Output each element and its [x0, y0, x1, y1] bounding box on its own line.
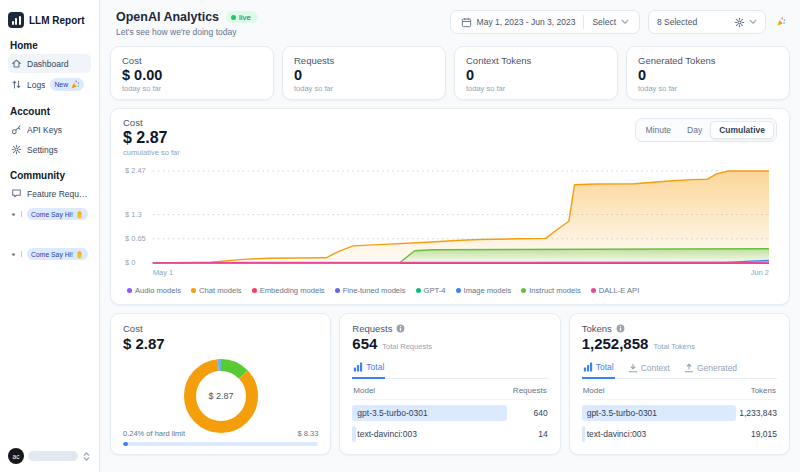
sidebar-item-dashboard[interactable]: Dashboard: [8, 54, 91, 73]
sidebar-item-label: Dashboard: [27, 59, 69, 69]
tokens-caption: Total Tokens: [653, 342, 695, 351]
row-value: 640: [533, 408, 547, 418]
party-popper-emoji: [776, 17, 786, 27]
stat-cards-row: Cost$ 0.00today so farRequests0today so …: [110, 46, 790, 100]
legend-item[interactable]: Instruct models: [521, 286, 581, 295]
hard-limit-text: 0.24% of hard limit: [123, 429, 185, 438]
tokens-table-body: gpt-3.5-turbo-03011,233,843text-davinci:…: [582, 405, 777, 442]
legend-item[interactable]: Audio models: [127, 286, 181, 295]
key-icon: [11, 124, 22, 135]
chevron-down-icon: [749, 19, 757, 25]
svg-text:$ 0.65: $ 0.65: [125, 234, 146, 243]
stat-title: Context Tokens: [466, 55, 606, 66]
legend-item[interactable]: Chat models: [191, 286, 242, 295]
gear-icon: [734, 17, 745, 28]
page-subtitle: Let's see how we're doing today: [116, 27, 258, 37]
tab-context[interactable]: Context: [627, 360, 671, 378]
page-header-left: OpenAI Analytics live Let's see how we'r…: [116, 10, 258, 37]
llm-report-logo-icon: [8, 12, 24, 28]
chevron-down-icon: [621, 19, 629, 25]
app-logo[interactable]: LLM Report: [8, 12, 91, 28]
sidebar-item-discord[interactable]: DiscordCome Say Hi!: [8, 204, 91, 224]
legend-item[interactable]: GPT-4: [416, 286, 446, 295]
requests-caption: Total Requests: [382, 342, 432, 351]
legend-label: Embedding models: [260, 286, 325, 295]
date-range-value: May 1, 2023 - Jun 3, 2023: [477, 17, 576, 27]
sidebar-item-label: Settings: [27, 145, 58, 155]
group-select-dropdown[interactable]: Select: [590, 17, 631, 27]
tab-generated[interactable]: Generated: [683, 360, 738, 378]
range-day-button[interactable]: Day: [679, 122, 710, 138]
workspace-name-skeleton: [28, 451, 78, 461]
hard-limit-progress-fill: [123, 442, 128, 446]
sidebar-section-title: Home: [10, 40, 89, 51]
info-icon: [396, 324, 405, 333]
celebration-emoji-button[interactable]: [774, 15, 788, 29]
legend-label: Audio models: [135, 286, 181, 295]
dot-icon: [11, 252, 16, 257]
column-value: Requests: [513, 386, 547, 395]
sidebar-item-label: Feature Request: [27, 189, 88, 199]
svg-text:$ 2.47: $ 2.47: [125, 166, 146, 175]
legend-label: Chat models: [199, 286, 242, 295]
range-cumulative-button[interactable]: Cumulative: [710, 121, 774, 139]
requests-total: 654: [352, 335, 377, 352]
chart-caption: cumulative so far: [123, 148, 777, 157]
date-range-group: May 1, 2023 - Jun 3, 2023 Select: [450, 10, 640, 34]
tab-total[interactable]: Total: [352, 360, 385, 379]
model-name: text-davinci:003: [582, 429, 647, 439]
requests-tabs: Total: [352, 360, 547, 379]
column-model: Model: [353, 386, 375, 395]
download-icon: [628, 363, 638, 373]
date-range-picker[interactable]: May 1, 2023 - Jun 3, 2023: [459, 17, 578, 28]
tab-total[interactable]: Total: [582, 360, 615, 379]
table-row: gpt-3.5-turbo-03011,233,843: [582, 405, 777, 421]
legend-item[interactable]: DALL-E API: [591, 286, 640, 295]
sidebar-item-discord[interactable]: DiscordCome Say Hi!: [8, 244, 91, 264]
workspace-selector[interactable]: ac: [8, 448, 91, 464]
chevron-updown-icon: [82, 451, 91, 462]
app-title: LLM Report: [29, 15, 85, 26]
svg-text:$ 1.3: $ 1.3: [125, 210, 142, 219]
stat-value: 0: [466, 67, 606, 83]
bar-chart-icon: [583, 362, 593, 372]
chart-legend: Audio modelsChat modelsEmbedding modelsF…: [123, 286, 777, 295]
range-minute-button[interactable]: Minute: [638, 122, 680, 138]
main-content: OpenAI Analytics live Let's see how we'r…: [100, 0, 800, 472]
sidebar-item-badge: New: [50, 78, 84, 91]
model-name: gpt-3.5-turbo-0301: [582, 408, 657, 418]
svg-text:$ 0: $ 0: [125, 258, 135, 267]
live-dot-icon: [231, 15, 236, 20]
sidebar-item-feature-request[interactable]: Feature Request: [8, 184, 91, 203]
cost-donut-chart: $ 2.87: [179, 354, 263, 438]
sidebar-section-title: Account: [10, 106, 89, 117]
legend-item[interactable]: Image models: [456, 286, 512, 295]
bottom-cards-row: Cost $ 2.87 $ 2.87 0.24% of hard limit $…: [110, 313, 790, 455]
legend-dot: [521, 288, 526, 293]
legend-item[interactable]: Embedding models: [252, 286, 325, 295]
header-controls: May 1, 2023 - Jun 3, 2023 Select 8 Selec…: [450, 10, 788, 34]
waving-hand-emoji: [75, 210, 84, 219]
legend-label: DALL-E API: [599, 286, 640, 295]
sidebar-item-badge: Come Say Hi!: [27, 248, 88, 260]
stat-title: Cost: [122, 55, 262, 66]
stat-value: 0: [294, 67, 434, 83]
models-filter-dropdown[interactable]: 8 Selected: [648, 10, 766, 34]
sidebar-section-title: Community: [10, 170, 89, 181]
sidebar: LLM Report HomeDashboardLogsNewAccountAP…: [0, 0, 100, 472]
legend-dot: [335, 288, 340, 293]
legend-item[interactable]: Fine-tuned models: [335, 286, 406, 295]
badge-label: Come Say Hi!: [31, 251, 73, 258]
row-value: 1,233,843: [739, 408, 777, 418]
live-badge-label: live: [239, 13, 251, 22]
legend-label: Instruct models: [529, 286, 581, 295]
sidebar-item-logs[interactable]: LogsNew: [8, 74, 91, 95]
avatar: ac: [8, 448, 24, 464]
sidebar-item-settings[interactable]: Settings: [8, 140, 91, 159]
home-icon: [11, 58, 22, 69]
hard-limit-progressbar: [123, 442, 318, 446]
sidebar-item-api-keys[interactable]: API Keys: [8, 120, 91, 139]
info-icon: [616, 324, 625, 333]
tokens-tabs: TotalContextGenerated: [582, 360, 777, 379]
legend-dot: [191, 288, 196, 293]
